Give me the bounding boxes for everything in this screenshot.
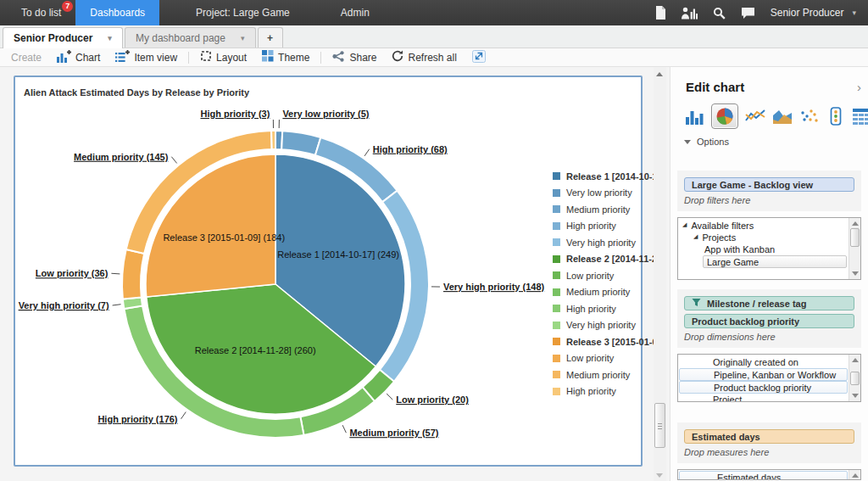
legend-item[interactable]: High priority	[553, 383, 665, 400]
chevron-down-icon[interactable]: ▾	[108, 34, 112, 42]
measures-dropzone[interactable]: Estimated days Drop measures here	[677, 422, 861, 463]
slice-callout-label[interactable]: Very high priority (7)	[19, 300, 109, 310]
share-button[interactable]: Share	[325, 48, 384, 67]
nav-item-to-do-list[interactable]: To do list7	[7, 0, 75, 25]
chevron-down-icon: ▾	[852, 8, 856, 17]
expand-button[interactable]	[465, 48, 493, 67]
chart-type-scatter-chart[interactable]	[799, 108, 820, 125]
available-filters-listbox[interactable]: ◢Available filters◢ProjectsApp with Kanb…	[677, 217, 861, 280]
measures-list: Estimated days	[679, 471, 848, 480]
list-item-originally-created-on[interactable]: Originally created on	[679, 356, 848, 368]
scrollbar-thumb[interactable]	[850, 228, 860, 247]
chart-type-bar-chart[interactable]	[684, 107, 704, 126]
slice-callout-label[interactable]: Very high priority (148)	[443, 282, 545, 292]
measure-chip[interactable]: Estimated days	[684, 429, 854, 444]
collapse-panel-chevron-icon[interactable]: ›	[857, 80, 861, 94]
legend-item[interactable]: High priority	[553, 300, 665, 317]
slice-callout-label[interactable]: High priority (68)	[373, 144, 448, 154]
scroll-down-arrow-icon[interactable]	[656, 473, 663, 478]
slice-callout-label[interactable]: Low priority (36)	[36, 268, 108, 278]
ring-segment[interactable]	[122, 249, 144, 299]
list-item-project[interactable]: Project	[679, 394, 848, 402]
filter-chip[interactable]: Large Game - Backlog view	[684, 177, 854, 192]
slice-callout-label[interactable]: Very low priority (5)	[282, 109, 369, 119]
nav-item-label: Admin	[341, 7, 370, 19]
chart-button[interactable]: Chart	[49, 48, 108, 67]
tree-item-projects[interactable]: ◢Projects	[693, 232, 848, 243]
tree-expand-icon[interactable]: ◢	[693, 233, 698, 240]
refresh-all-button[interactable]: Refresh all	[384, 48, 464, 67]
tab-my-dashboard-page[interactable]: My dashboard page ▾	[125, 27, 256, 48]
chat-icon[interactable]	[741, 7, 755, 20]
dimension-chip-milestone-release-tag[interactable]: Milestone / release tag	[684, 296, 854, 310]
toolbar-separator	[320, 52, 321, 64]
legend-item[interactable]: Medium priority	[553, 284, 665, 301]
item-view-button[interactable]: Item view	[108, 48, 185, 67]
chart-widget-panel[interactable]: Alien Attack Estimated Days by Release b…	[14, 76, 643, 467]
legend-item[interactable]: Release 2 [2014-11-28]	[553, 251, 665, 268]
user-menu[interactable]: Senior Producer ▾	[771, 7, 856, 19]
search-icon[interactable]	[713, 7, 726, 20]
measures-listbox[interactable]: Estimated days	[677, 469, 861, 480]
nav-item-admin[interactable]: Admin	[326, 0, 384, 25]
document-icon[interactable]	[655, 6, 666, 20]
scroll-up-arrow-icon[interactable]	[852, 358, 859, 362]
slice-callout-label[interactable]: High priority (3)	[200, 109, 270, 119]
filters-dropzone[interactable]: Large Game - Backlog view Drop filters h…	[677, 171, 861, 211]
legend-item[interactable]: Very high priority	[553, 234, 665, 251]
add-tab-button[interactable]: +	[258, 27, 283, 48]
legend-item[interactable]: Low priority	[553, 350, 665, 367]
chart-type-card-view[interactable]	[826, 107, 845, 126]
reports-icon[interactable]	[682, 7, 698, 20]
scroll-down-arrow-icon[interactable]	[852, 271, 859, 276]
slice-callout-label[interactable]: Medium priority (145)	[74, 152, 169, 162]
listbox-scrollbar[interactable]	[849, 218, 860, 279]
nav-item-dashboards[interactable]: Dashboards	[75, 0, 159, 25]
ring-segment[interactable]	[281, 131, 320, 155]
legend-item[interactable]: Medium priority	[553, 366, 665, 383]
pie-slice[interactable]	[146, 154, 275, 297]
theme-button[interactable]: Theme	[254, 48, 317, 67]
chart-type-pie-chart-selected[interactable]	[711, 103, 738, 129]
legend-item[interactable]: Release 3 [2015-01-09]	[553, 333, 665, 350]
scroll-down-arrow-icon[interactable]	[852, 394, 859, 398]
slice-callout-label[interactable]: Medium priority (57)	[349, 428, 438, 438]
tree-item-available-filters[interactable]: ◢Available filters	[682, 220, 848, 232]
chevron-down-icon[interactable]: ▾	[241, 34, 245, 42]
listbox-scrollbar[interactable]	[849, 355, 860, 401]
list-item-estimated-days[interactable]: Estimated days	[679, 471, 848, 480]
list-item-pipeline-kanban-or-workflow[interactable]: Pipeline, Kanban or Workflow	[679, 368, 848, 381]
options-toggle[interactable]: Options	[684, 137, 729, 147]
funnel-icon	[692, 298, 701, 309]
legend-item[interactable]: Medium priority	[553, 201, 665, 218]
layout-button[interactable]: Layout	[192, 48, 254, 67]
scrollbar-thumb[interactable]	[654, 403, 665, 448]
scroll-up-arrow-icon[interactable]	[656, 72, 663, 76]
legend-item[interactable]: Release 1 [2014-10-17]	[553, 168, 665, 185]
chart-type-line-chart[interactable]	[745, 108, 765, 125]
slice-callout-label[interactable]: High priority (176)	[97, 414, 177, 424]
legend-item[interactable]: Very high priority	[553, 317, 665, 334]
listbox-scrollbar[interactable]	[849, 470, 860, 479]
tab-senior-producer[interactable]: Senior Producer ▾	[3, 27, 123, 48]
legend-item[interactable]: High priority	[553, 218, 665, 235]
dimension-chip-product-backlog-priority[interactable]: Product backlog priority	[684, 314, 854, 328]
chart-type-table-view[interactable]	[852, 108, 868, 125]
list-item-product-backlog-priority[interactable]: Product backlog priority	[679, 381, 848, 394]
scroll-up-arrow-icon[interactable]	[852, 221, 859, 226]
dimensions-listbox[interactable]: Originally created onPipeline, Kanban or…	[677, 354, 861, 402]
scroll-up-arrow-icon[interactable]	[852, 473, 859, 478]
nav-item-project-large-game[interactable]: Project: Large Game	[181, 0, 304, 25]
tree-item-large-game[interactable]: Large Game	[703, 255, 847, 268]
tree-expand-icon[interactable]: ◢	[682, 221, 687, 228]
dimensions-dropzone[interactable]: Milestone / release tagProduct backlog p…	[677, 289, 861, 348]
tree-item-app-with-kanban[interactable]: App with Kanban	[704, 243, 848, 255]
scrollbar-thumb[interactable]	[850, 372, 860, 385]
ring-segment[interactable]	[271, 131, 275, 149]
legend-label: Low priority	[566, 271, 614, 281]
main-scrollbar[interactable]	[654, 67, 666, 481]
legend-item[interactable]: Very low priority	[553, 185, 665, 202]
slice-callout-label[interactable]: Low priority (20)	[396, 394, 469, 405]
legend-item[interactable]: Low priority	[553, 267, 665, 284]
chart-type-area-chart[interactable]	[772, 108, 793, 125]
